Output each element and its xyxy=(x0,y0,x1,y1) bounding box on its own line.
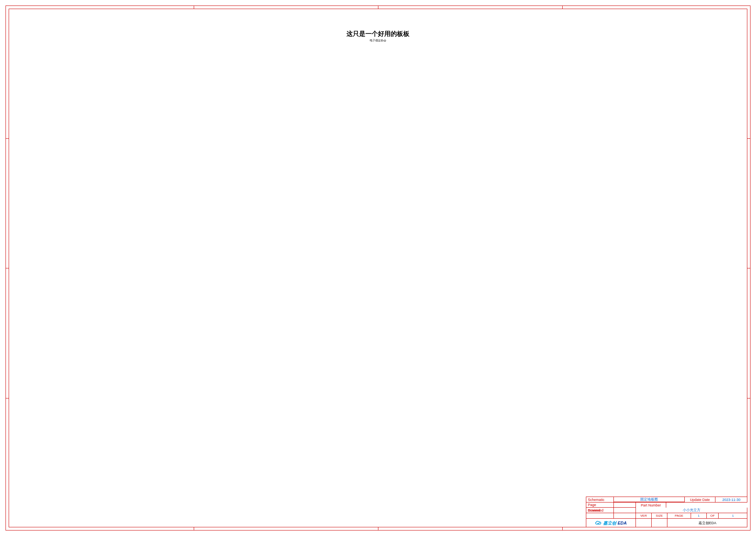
update-date-value: 2023-11-30 xyxy=(715,497,747,502)
ver-label: VER xyxy=(636,513,652,518)
eda-logo: 嘉立创EDA xyxy=(586,519,636,527)
page-total: 1 xyxy=(719,513,747,518)
frame-tick xyxy=(6,138,9,139)
frame-tick xyxy=(562,6,563,9)
frame-tick xyxy=(194,6,194,9)
ver-value xyxy=(636,519,652,527)
of-label: OF xyxy=(707,513,719,518)
schematic-label: Schematic xyxy=(586,497,614,502)
frame-tick xyxy=(562,527,563,530)
frame-tick xyxy=(747,268,750,268)
reviewed-value xyxy=(614,508,636,513)
logo-brand: 嘉立创 xyxy=(603,520,616,526)
schematic-value: 固定地板图 xyxy=(614,497,685,502)
page2-label: PAGE xyxy=(667,513,691,518)
blank-label xyxy=(586,513,614,518)
part-number-value xyxy=(666,502,747,508)
frame-tick xyxy=(6,268,9,268)
logo-suffix: EDA xyxy=(617,521,626,525)
title-block: Schematic 固定地板图 Update Date 2023-11-30 P… xyxy=(586,497,747,527)
frame-tick xyxy=(747,398,750,398)
frame-tick xyxy=(194,527,194,530)
schematic-subtitle: 电子信息协会 xyxy=(0,39,756,43)
schematic-title: 这只是一个好用的板板 xyxy=(0,30,756,38)
page-num: 1 xyxy=(691,513,707,518)
reviewed-label: Reviewed xyxy=(586,508,614,513)
part-number-label: Part Number xyxy=(636,502,666,508)
tool-name: 嘉立创EDA xyxy=(667,519,747,527)
company-name: 小小光立方 xyxy=(636,508,747,513)
blank-value xyxy=(614,513,636,518)
size-value xyxy=(652,519,667,527)
frame-tick xyxy=(747,138,750,139)
update-date-label: Update Date xyxy=(685,497,715,502)
cloud-icon xyxy=(595,521,602,525)
page-label: Page xyxy=(586,502,614,507)
frame-tick xyxy=(378,6,378,9)
size-label: SIZE xyxy=(652,513,667,518)
drawing-frame-inner xyxy=(9,9,747,527)
frame-tick xyxy=(6,398,9,398)
frame-tick xyxy=(378,527,378,530)
